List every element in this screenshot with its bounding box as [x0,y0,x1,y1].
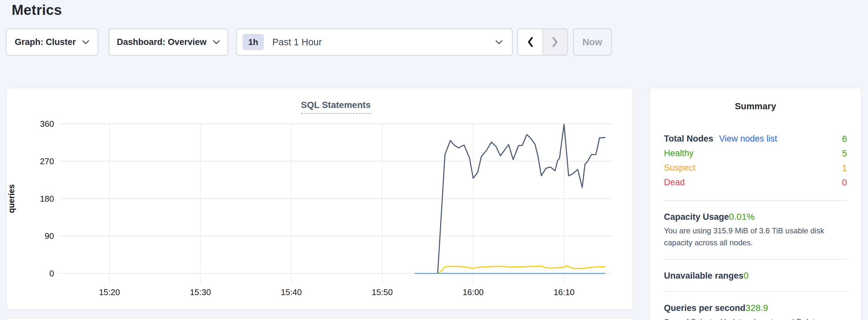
queries-per-second-value: 328.9 [745,303,768,313]
dashboard-label: Dashboard: Overview [117,37,207,47]
x-tick-label: 16:10 [554,287,575,297]
y-tick-label: 180 [40,194,54,204]
graph-scope-label: Graph: Cluster [14,37,76,47]
divider [664,291,847,292]
unavailable-ranges-label: Unavailable ranges [664,271,743,281]
x-tick-label: 15:50 [372,287,393,297]
x-tick-label: 15:30 [190,287,211,297]
dead-nodes-row: Dead 0 [664,175,847,190]
dead-value: 0 [842,178,847,188]
x-tick-label: 15:20 [99,287,120,297]
time-shift-button-group [518,28,568,56]
total-nodes-value: 6 [842,134,847,144]
healthy-nodes-row: Healthy 5 [664,146,847,161]
total-nodes-label: Total Nodes [664,134,713,144]
view-nodes-list-link[interactable]: View nodes list [719,134,777,144]
shift-left-button[interactable] [518,29,542,55]
capacity-usage-label: Capacity Usage [664,212,729,222]
x-tick-label: 15:40 [281,287,302,297]
unavailable-ranges-row: Unavailable ranges 0 [664,270,847,281]
chevron-left-icon [527,36,534,47]
y-tick-label: 360 [40,119,54,129]
divider [664,259,847,260]
time-range-badge: 1h [243,34,264,50]
queries-per-second-row: Queries per second 328.9 [664,303,847,313]
unavailable-ranges-value: 0 [743,270,749,281]
series-line-yellow [438,266,605,274]
capacity-usage-value: 0.01% [729,212,754,222]
healthy-value: 5 [842,148,847,159]
now-button[interactable]: Now [573,28,612,56]
suspect-label: Suspect [664,163,695,173]
chevron-down-icon [82,40,90,44]
capacity-usage-row: Capacity Usage 0.01% [664,212,847,222]
divider [664,200,847,201]
queries-per-second-label: Queries per second [664,303,745,313]
chart-title-wrap: SQL Statements [59,100,613,114]
summary-title: Summary [664,101,847,111]
time-range-selector[interactable]: 1h Past 1 Hour [236,28,513,56]
healthy-label: Healthy [664,148,694,158]
dead-label: Dead [664,178,685,188]
queries-per-second-description: Sum of Selects, Updates, Inserts, and De… [664,316,847,320]
chevron-down-icon [213,40,220,44]
shift-right-button[interactable] [543,29,567,55]
suspect-value: 1 [842,163,847,173]
time-range-label: Past 1 Hour [272,37,487,47]
summary-panel: Summary Total Nodes View nodes list 6 He… [649,88,862,320]
chevron-down-icon [495,40,503,44]
total-nodes-row: Total Nodes View nodes list 6 [664,132,847,146]
graph-scope-dropdown[interactable]: Graph: Cluster [6,28,98,56]
next-chart-card-edge [6,318,633,320]
y-tick-label: 90 [44,231,54,241]
page-title: Metrics [12,2,62,18]
sql-statements-chart[interactable]: 09018027036015:2015:3015:4015:5016:0016:… [7,88,633,310]
y-tick-label: 0 [50,268,54,278]
y-tick-label: 270 [40,156,54,166]
chevron-right-icon [551,36,559,47]
sql-statements-chart-card: 09018027036015:2015:3015:4015:5016:0016:… [6,88,633,310]
node-status-rows: Total Nodes View nodes list 6 Healthy 5 … [664,132,847,190]
suspect-nodes-row: Suspect 1 [664,161,847,175]
x-tick-label: 16:00 [462,287,484,297]
dashboard-dropdown[interactable]: Dashboard: Overview [108,28,228,56]
chart-title[interactable]: SQL Statements [301,100,371,114]
capacity-usage-description: You are using 315.9 MiB of 3.6 TiB usabl… [664,225,847,249]
